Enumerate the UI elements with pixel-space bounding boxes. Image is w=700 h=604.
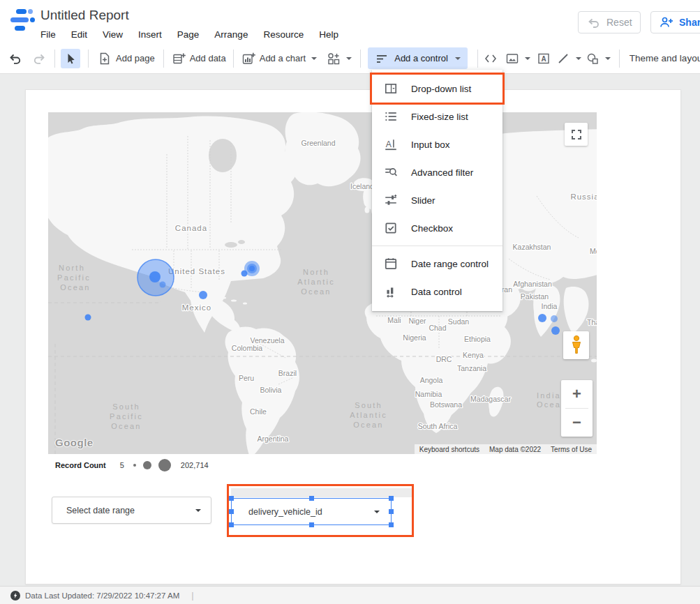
chevron-down-icon bbox=[195, 509, 201, 512]
map-label: Niger bbox=[408, 317, 426, 325]
text-button[interactable]: A bbox=[537, 52, 551, 66]
shape-icon bbox=[586, 52, 600, 66]
map-label: South Africa bbox=[418, 422, 458, 430]
redo-button[interactable] bbox=[32, 52, 46, 66]
menu-item-date-range-control[interactable]: Date range control bbox=[372, 250, 502, 278]
resize-handle[interactable] bbox=[389, 496, 394, 501]
menu-item-label: Slider bbox=[411, 195, 435, 206]
map-bubble[interactable] bbox=[241, 271, 248, 277]
legend-bubble-large bbox=[158, 459, 171, 471]
resize-handle[interactable] bbox=[229, 522, 234, 527]
add-page-button[interactable]: Add page bbox=[98, 52, 155, 66]
resize-handle[interactable] bbox=[389, 509, 394, 514]
report-canvas[interactable]: GreenlandIcelandCanadaUnited StatesMexic… bbox=[25, 89, 681, 584]
map-fullscreen-button[interactable] bbox=[565, 123, 588, 146]
map-label: Iceland bbox=[350, 182, 374, 190]
menu-file[interactable]: File bbox=[33, 28, 64, 41]
zoom-out-button[interactable]: − bbox=[561, 409, 593, 437]
map-label: Russia bbox=[570, 192, 597, 201]
share-button[interactable]: Share bbox=[650, 11, 700, 33]
map-label: Namibia bbox=[415, 390, 442, 398]
chevron-down-icon bbox=[455, 57, 461, 60]
menu-item-input-box[interactable]: AInput box bbox=[372, 130, 502, 158]
resize-handle[interactable] bbox=[229, 496, 234, 501]
community-visualizations-button[interactable] bbox=[327, 52, 352, 66]
toolbar-separator bbox=[163, 50, 164, 68]
reset-button[interactable]: Reset bbox=[578, 11, 641, 33]
map-bubble[interactable] bbox=[538, 314, 546, 322]
world-map: GreenlandIcelandCanadaUnited StatesMexic… bbox=[48, 112, 597, 454]
menu-help[interactable]: Help bbox=[311, 28, 346, 41]
add-page-icon bbox=[98, 52, 112, 66]
url-embed-button[interactable] bbox=[484, 52, 498, 66]
line-button[interactable] bbox=[556, 52, 581, 66]
map-label: Mali bbox=[387, 316, 401, 324]
terms-of-use-link[interactable]: Terms of Use bbox=[546, 446, 597, 453]
image-button[interactable] bbox=[505, 52, 530, 66]
map-label: Mongolia bbox=[590, 247, 597, 255]
menu-item-label: Date range control bbox=[411, 259, 489, 269]
dropdown-control-delivery-vehicle[interactable]: delivery_vehicle_id bbox=[231, 498, 392, 525]
menu-divider bbox=[372, 246, 502, 246]
resize-handle[interactable] bbox=[229, 509, 234, 514]
map-bubble[interactable] bbox=[249, 266, 255, 271]
map-zoom-control: + − bbox=[561, 380, 593, 437]
menu-item-checkbox[interactable]: Checkbox bbox=[372, 214, 502, 242]
google-logo[interactable]: Google bbox=[55, 437, 94, 448]
resize-handle[interactable] bbox=[309, 522, 314, 527]
date-range-control[interactable]: Select date range bbox=[52, 497, 211, 524]
data-studio-logo-icon[interactable] bbox=[9, 8, 36, 34]
undo-button[interactable] bbox=[8, 52, 22, 66]
resize-handle[interactable] bbox=[389, 522, 394, 527]
menu-item-slider[interactable]: Slider bbox=[372, 186, 502, 214]
street-view-pegman-button[interactable] bbox=[563, 331, 589, 359]
map-label: Kazakhstan bbox=[513, 243, 551, 251]
add-control-button[interactable]: Add a control bbox=[368, 47, 468, 69]
menu-item-advanced-filter[interactable]: Advanced filter bbox=[372, 158, 502, 186]
map-attribution: Keyboard shortcuts Map data ©2022 Terms … bbox=[415, 444, 597, 454]
report-title[interactable]: Untitled Report bbox=[40, 8, 129, 23]
add-data-button[interactable]: Add data bbox=[172, 52, 226, 66]
menu-insert[interactable]: Insert bbox=[131, 28, 170, 41]
map-bubble[interactable] bbox=[551, 315, 558, 322]
resize-handle[interactable] bbox=[309, 496, 314, 501]
zoom-in-button[interactable]: + bbox=[561, 380, 593, 408]
map-bubble[interactable] bbox=[551, 326, 560, 335]
theme-and-layout-button[interactable]: Theme and layout bbox=[630, 53, 700, 63]
map-label: Peru bbox=[239, 374, 254, 382]
dropdown-list-icon bbox=[384, 82, 398, 96]
map-bubble[interactable] bbox=[160, 282, 166, 288]
menu-edit[interactable]: Edit bbox=[64, 28, 95, 41]
geo-bubble-map-chart[interactable]: GreenlandIcelandCanadaUnited StatesMexic… bbox=[48, 112, 597, 454]
keyboard-shortcuts-link[interactable]: Keyboard shortcuts bbox=[415, 446, 484, 453]
dropdown-control-label: delivery_vehicle_id bbox=[248, 507, 322, 517]
menu-item-label: Fixed-size list bbox=[411, 112, 468, 122]
menu-view[interactable]: View bbox=[95, 28, 131, 41]
map-label: Pakistan bbox=[521, 292, 549, 301]
legend-min-value: 5 bbox=[120, 461, 124, 469]
map-bubble[interactable] bbox=[149, 271, 161, 282]
code-icon bbox=[484, 52, 498, 66]
menu-item-fixed-size-list[interactable]: Fixed-size list bbox=[372, 103, 502, 130]
redo-icon bbox=[32, 52, 46, 66]
map-bubble[interactable] bbox=[85, 315, 91, 321]
menu-resource[interactable]: Resource bbox=[255, 28, 311, 41]
menu-arrange[interactable]: Arrange bbox=[207, 28, 255, 41]
menu-item-drop-down-list[interactable]: Drop-down list bbox=[372, 75, 502, 103]
shape-button[interactable] bbox=[586, 52, 611, 66]
chevron-down-icon bbox=[374, 511, 380, 513]
map-label: Pacific bbox=[57, 273, 91, 282]
add-chart-button[interactable]: Add a chart bbox=[241, 52, 318, 66]
toolbar: Add page Add data Add a chart Add a cont… bbox=[0, 43, 700, 74]
select-tool-button[interactable] bbox=[61, 49, 80, 68]
chevron-down-icon bbox=[346, 57, 352, 60]
map-bubble[interactable] bbox=[199, 291, 207, 299]
graticule-lines bbox=[48, 303, 597, 454]
menu-item-data-control[interactable]: Data control bbox=[372, 278, 502, 305]
menu-page[interactable]: Page bbox=[170, 28, 207, 41]
map-label: Atlantic bbox=[297, 278, 335, 286]
map-label: South bbox=[112, 402, 140, 411]
slider-icon bbox=[384, 193, 398, 207]
undo-icon bbox=[8, 52, 22, 66]
map-data-label: Map data ©2022 bbox=[484, 446, 546, 453]
